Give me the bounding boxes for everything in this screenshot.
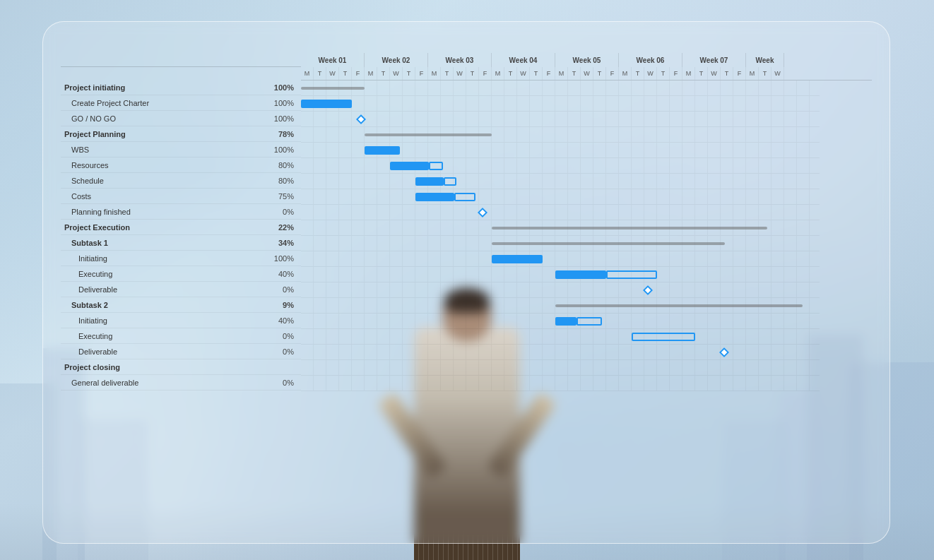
task-row: Project initiating 100% [61,80,301,95]
day-cell: M [619,67,632,80]
gantt-bar [632,333,695,341]
gantt-bar [577,317,602,326]
task-name-cell: Costs [61,192,202,201]
week-label: Week [746,53,784,67]
gantt-body [301,81,872,391]
task-row: Costs 75% [61,189,301,204]
task-row: Project closing [61,359,301,375]
day-cell: M [365,67,377,80]
gantt-diamond [719,347,729,357]
task-row: Executing 0% [61,328,301,344]
menu-resource[interactable] [88,43,93,46]
day-cell: T [759,67,772,80]
task-row: Schedule 80% [61,173,301,189]
gantt-bar [301,87,365,90]
task-name-cell: Executing [61,332,202,340]
gantt-row [301,236,820,251]
task-name-cell: Subtask 2 [61,301,202,309]
gantt-bar [555,270,606,279]
gantt-bar [555,304,803,307]
day-cell: T [377,67,390,80]
glass-panel: Project initiating 100% Create Project C… [42,21,890,544]
task-progress-cell: 100% [202,254,301,263]
gantt-bar [492,242,725,245]
task-panel: Project initiating 100% Create Project C… [61,53,301,391]
task-row: Initiating 100% [61,251,301,266]
day-cell: T [339,67,352,80]
week-row: Week 01Week 02Week 03Week 04Week 05Week … [301,53,872,67]
gantt-row [301,189,820,205]
menu-view[interactable] [141,43,147,46]
task-progress-cell: 80% [202,161,301,169]
day-cell: F [733,67,746,80]
day-cell: W [772,67,784,80]
gantt-row [301,329,820,345]
gantt-diamond [356,114,366,124]
gantt-row [301,267,820,282]
day-cell: T [441,67,454,80]
task-progress-cell: 34% [202,239,301,247]
task-name-cell: General deliverable [61,379,202,387]
gantt-row [301,143,820,158]
week-label: Week 03 [428,53,492,67]
task-name-cell: Subtask 1 [61,239,202,247]
gantt-row [301,282,820,298]
day-cell: F [479,67,492,80]
task-row: Project Execution 22% [61,220,301,235]
day-cell: T [695,67,708,80]
day-cell: M [682,67,695,80]
task-progress-cell: 100% [202,83,301,92]
day-cell: T [314,67,326,80]
task-progress-cell: 80% [202,177,301,185]
week-label: Week 02 [365,53,428,67]
gantt-bar [365,133,492,136]
task-row: Resources 80% [61,157,301,173]
gantt-row [301,251,820,267]
task-progress-cell: 22% [202,223,301,232]
task-name-cell: Executing [61,270,202,278]
day-cell: M [555,67,568,80]
task-row: Deliverable 0% [61,344,301,359]
day-cell: M [492,67,504,80]
task-row: General deliverable 0% [61,375,301,391]
task-rows: Project initiating 100% Create Project C… [61,80,301,391]
task-name-cell: Planning finished [61,208,202,216]
menu-task[interactable] [61,43,66,46]
task-name-cell: Initiating [61,254,202,263]
gantt-bar [365,146,400,155]
gantt-chart: Week 01Week 02Week 03Week 04Week 05Week … [301,53,872,391]
col-taskname-header [61,53,202,66]
task-name-cell: Project initiating [61,83,202,92]
gantt-bar [390,162,429,170]
day-cell: W [708,67,721,80]
col-progress-header [202,53,301,66]
task-progress-cell: 0% [202,347,301,356]
gantt-bar [606,270,657,279]
day-cell: W [390,67,403,80]
gantt-bar [492,255,543,263]
gantt-row [301,298,820,314]
task-name-cell: GO / NO GO [61,114,202,123]
menu-project[interactable] [114,43,120,46]
day-cell: T [721,67,733,80]
gantt-row [301,376,820,391]
task-name-cell: Create Project Charter [61,99,202,107]
gantt-bar [444,177,456,186]
task-name-cell: WBS [61,145,202,154]
gantt-bar [492,227,767,230]
day-cell: T [403,67,415,80]
task-row: Executing 40% [61,266,301,282]
task-progress-cell: 40% [202,270,301,278]
task-progress-cell: 0% [202,208,301,216]
day-cell: W [326,67,339,80]
task-name-cell: Schedule [61,177,202,185]
gantt-container: Project initiating 100% Create Project C… [61,53,872,391]
gantt-row [301,96,820,112]
day-cell: F [670,67,682,80]
days-row: MTWTFMTWTFMTWTFMTWTFMTWTFMTWTFMTWTFMTW [301,67,872,80]
task-name-cell: Initiating [61,316,202,325]
day-cell: M [428,67,441,80]
day-cell: W [454,67,466,80]
day-cell: F [543,67,555,80]
task-row: Create Project Charter 100% [61,95,301,111]
